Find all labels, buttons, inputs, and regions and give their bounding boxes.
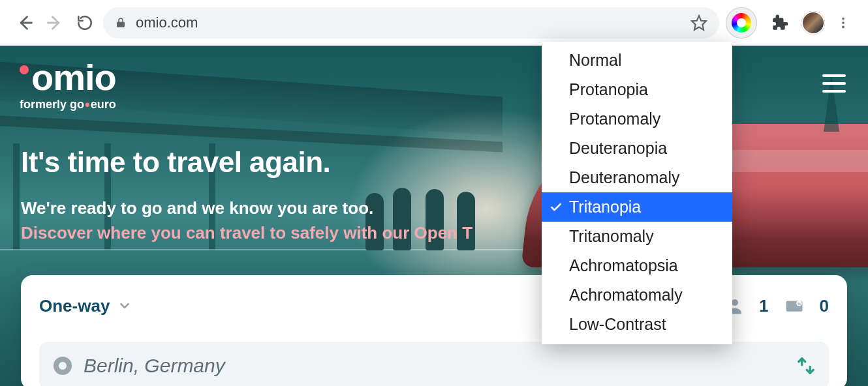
- extensions-button[interactable]: [764, 7, 795, 38]
- ext-menu-item[interactable]: Achromatopsia: [542, 251, 732, 280]
- profile-avatar[interactable]: [801, 11, 825, 35]
- hero-subline: We're ready to go and we know you are to…: [21, 198, 373, 218]
- reload-button[interactable]: [73, 11, 97, 35]
- ext-menu-item-label: Achromatomaly: [569, 286, 683, 304]
- ext-menu-item[interactable]: Protanomaly: [542, 104, 732, 134]
- trip-type-selector[interactable]: One-way: [39, 296, 132, 316]
- site-logo[interactable]: omio formerly go•euro: [20, 61, 116, 111]
- page-hero: omio formerly go•euro It's time to trave…: [0, 46, 868, 386]
- ext-menu-item[interactable]: Achromatomaly: [542, 280, 732, 310]
- ext-menu-item[interactable]: Normal: [542, 46, 732, 75]
- lock-icon: [115, 17, 127, 29]
- svg-text:%: %: [797, 301, 801, 306]
- logo-sub-prefix: formerly go: [20, 98, 84, 111]
- discount-card-icon: %: [783, 296, 805, 316]
- ext-menu-item-label: Normal: [569, 51, 622, 70]
- ext-menu-item[interactable]: Tritanopia: [542, 192, 732, 222]
- hero-headline: It's time to travel again.: [21, 146, 330, 179]
- svg-point-3: [842, 18, 845, 20]
- discount-card-count[interactable]: 0: [820, 296, 829, 316]
- browser-toolbar: omio.com: [0, 0, 868, 46]
- back-button[interactable]: [13, 11, 37, 35]
- ext-menu-item[interactable]: Deuteranopia: [542, 134, 732, 163]
- logo-subtitle: formerly go•euro: [20, 98, 116, 111]
- svg-marker-2: [692, 16, 706, 30]
- ext-menu-item-label: Protanopia: [569, 80, 648, 99]
- hero-link[interactable]: Discover where you can travel to safely …: [21, 223, 473, 243]
- logo-sub-suffix: euro: [91, 98, 116, 111]
- color-wheel-icon: [732, 13, 751, 33]
- trip-type-label: One-way: [39, 296, 110, 316]
- swap-locations-button[interactable]: [796, 356, 816, 376]
- chrome-menu-button[interactable]: [831, 11, 855, 35]
- ext-menu-item[interactable]: Low-Contrast: [542, 310, 732, 339]
- from-location-value: Berlin, Germany: [84, 355, 225, 377]
- ext-menu-item-label: Deuteranomaly: [569, 168, 680, 187]
- svg-point-4: [842, 22, 845, 24]
- colorblind-extension-menu: NormalProtanopiaProtanomalyDeuteranopiaD…: [542, 42, 732, 344]
- site-menu-button[interactable]: [822, 74, 846, 93]
- address-bar[interactable]: omio.com: [103, 7, 719, 38]
- ext-menu-item-label: Achromatopsia: [569, 256, 678, 275]
- ext-menu-item-label: Low-Contrast: [569, 315, 666, 334]
- ext-menu-item[interactable]: Protanopia: [542, 75, 732, 104]
- origin-icon: [54, 357, 72, 375]
- hero-decor: [13, 143, 20, 250]
- ext-menu-item-label: Deuteranopia: [569, 139, 667, 158]
- url-text: omio.com: [136, 14, 198, 31]
- ext-menu-item-label: Tritanomaly: [569, 227, 654, 246]
- svg-point-5: [842, 26, 845, 29]
- ext-menu-item-label: Protanomaly: [569, 110, 660, 128]
- logo-dot-icon: [20, 65, 29, 74]
- passenger-count[interactable]: 1: [759, 296, 768, 316]
- forward-button[interactable]: [43, 11, 67, 35]
- ext-menu-item[interactable]: Deuteranomaly: [542, 163, 732, 192]
- logo-text: omio: [31, 61, 116, 94]
- ext-menu-item-label: Tritanopia: [569, 198, 641, 216]
- bookmark-star-icon[interactable]: [690, 14, 707, 31]
- ext-menu-item[interactable]: Tritanomaly: [542, 222, 732, 251]
- from-location-input[interactable]: Berlin, Germany: [39, 342, 829, 386]
- check-icon: [550, 201, 563, 214]
- svg-point-6: [732, 299, 738, 306]
- chevron-down-icon: [117, 299, 132, 313]
- colorblind-extension-button[interactable]: [726, 7, 757, 38]
